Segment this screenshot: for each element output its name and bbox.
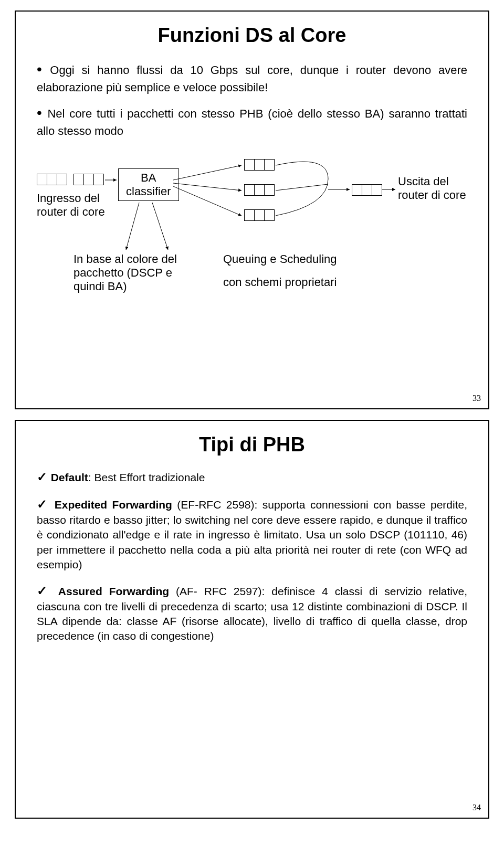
slide-title: Funzioni DS al Core <box>16 24 488 47</box>
slide-1: Funzioni DS al Core Oggi si hanno flussi… <box>15 10 489 409</box>
svg-line-3 <box>173 186 242 216</box>
check-item: Expedited Forwarding (EF-RFC 2598): supp… <box>37 496 467 572</box>
slide-2: Tipi di PHB Default: Best Effort tradizi… <box>15 420 489 819</box>
page-number: 33 <box>472 394 481 403</box>
bullet-item: Nel core tutti i pacchetti con stesso PH… <box>37 103 467 139</box>
item-text: : Best Effort tradizionale <box>88 471 205 483</box>
lead-term: Assured Forwarding <box>58 585 169 597</box>
svg-line-4 <box>276 184 328 190</box>
check-list: Default: Best Effort tradizionale Expedi… <box>37 469 467 643</box>
svg-line-8 <box>152 203 168 250</box>
lead-term: Expedited Forwarding <box>55 499 172 511</box>
lead-term: Default <box>51 471 88 483</box>
check-item: Assured Forwarding (AF- RFC 2597): defin… <box>37 583 467 644</box>
architecture-diagram: Ingresso del router di core BA classifie… <box>37 158 467 326</box>
svg-line-2 <box>173 183 242 190</box>
check-item: Default: Best Effort tradizionale <box>37 469 467 485</box>
svg-line-7 <box>126 203 139 250</box>
bullet-item: Oggi si hanno flussi da 10 Gbps sul core… <box>37 59 467 96</box>
svg-line-1 <box>173 165 242 180</box>
connector-lines <box>37 158 467 326</box>
bullet-list: Oggi si hanno flussi da 10 Gbps sul core… <box>37 59 467 139</box>
slide-title: Tipi di PHB <box>16 433 488 456</box>
page-number: 34 <box>472 803 481 812</box>
